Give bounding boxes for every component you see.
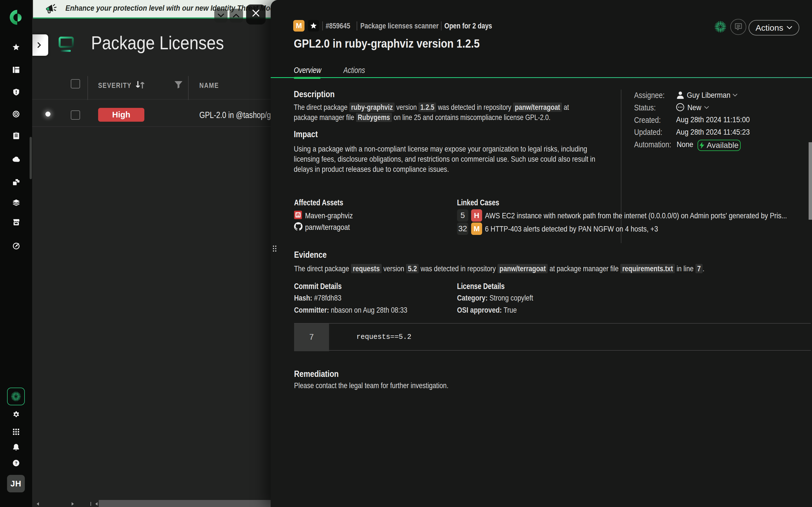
svg-text:?: ? <box>15 460 17 465</box>
